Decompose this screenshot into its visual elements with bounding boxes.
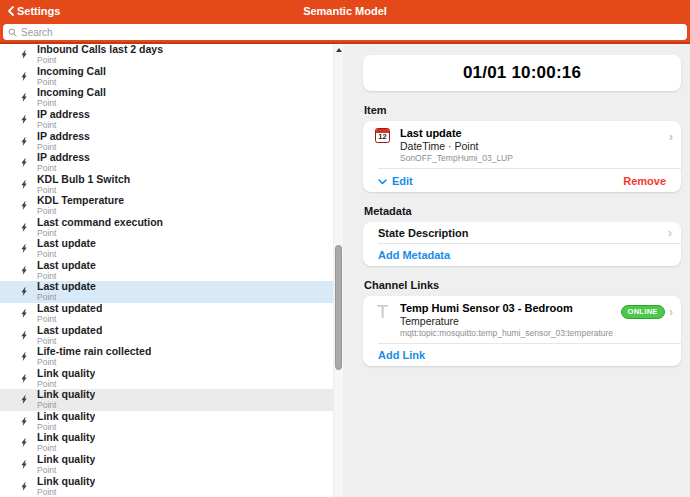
- bolt-icon: [19, 135, 29, 148]
- bolt-icon: [19, 178, 29, 191]
- list-item-subtitle: Point: [37, 78, 106, 87]
- list-item-title: Last command execution: [37, 217, 163, 228]
- back-label: Settings: [17, 5, 60, 17]
- letter-t-icon: T: [374, 302, 391, 338]
- list-item-title: IP address: [37, 109, 90, 120]
- list-item-title: Link quality: [37, 476, 95, 487]
- navbar-top: Settings Semantic Model: [0, 0, 690, 22]
- edit-label: Edit: [392, 175, 413, 187]
- channel-link-channel-label: Temperature: [400, 315, 621, 327]
- back-button[interactable]: Settings: [7, 5, 60, 17]
- list-item-subtitle: Point: [37, 250, 96, 259]
- list-item[interactable]: KDL Bulb 1 Switch Point: [0, 173, 343, 195]
- list-item-subtitle: Point: [37, 186, 130, 195]
- list-item[interactable]: Last update Point: [0, 281, 343, 303]
- bolt-icon: [19, 329, 29, 342]
- list-item[interactable]: Link quality Point: [0, 367, 343, 389]
- list-item[interactable]: KDL Temperature Point: [0, 195, 343, 217]
- bolt-icon: [19, 264, 29, 277]
- scrollbar-thumb[interactable]: [335, 245, 342, 370]
- list-item[interactable]: IP address Point: [0, 109, 343, 131]
- list-item[interactable]: Link quality Point: [0, 454, 343, 476]
- list-item-title: Link quality: [37, 454, 95, 465]
- status-badge: ONLINE: [621, 305, 665, 319]
- list-item[interactable]: Link quality Point: [0, 475, 343, 497]
- item-name: SonOFF_TempHumi_03_LUP: [400, 153, 669, 163]
- bolt-icon: [19, 307, 29, 320]
- list-item-title: Link quality: [37, 389, 95, 400]
- state-description-label: State Description: [378, 227, 468, 239]
- list-item-subtitle: Point: [37, 380, 95, 389]
- list-item[interactable]: Inbound Calls last 2 days Point: [0, 44, 343, 66]
- channel-link-title: Temp Humi Sensor 03 - Bedroom: [400, 302, 621, 315]
- remove-button[interactable]: Remove: [623, 175, 666, 187]
- list-item[interactable]: Last update Point: [0, 260, 343, 282]
- list-item-title: Last updated: [37, 303, 102, 314]
- add-link-button[interactable]: Add Link: [363, 344, 681, 366]
- list-item[interactable]: Incoming Call Point: [0, 66, 343, 88]
- bolt-icon: [19, 436, 29, 449]
- list-item-title: Last update: [37, 281, 96, 292]
- list-item-title: Last updated: [37, 325, 102, 336]
- chevron-right-icon: ›: [669, 130, 673, 143]
- list-item[interactable]: Incoming Call Point: [0, 87, 343, 109]
- list-item-title: Link quality: [37, 368, 95, 379]
- bolt-icon: [19, 113, 29, 126]
- list-item-subtitle: Point: [37, 229, 163, 238]
- list-item[interactable]: Life-time rain collected Point: [0, 346, 343, 368]
- bolt-icon: [19, 393, 29, 406]
- bolt-icon: [19, 156, 29, 169]
- list-item-subtitle: Point: [37, 99, 106, 108]
- list-item[interactable]: Last update Point: [0, 238, 343, 260]
- navbar: Settings Semantic Model: [0, 0, 690, 44]
- list-item[interactable]: Link quality Point: [0, 411, 343, 433]
- model-list: Inbound Calls last 2 days Point Incoming…: [0, 44, 343, 497]
- bolt-icon: [19, 221, 29, 234]
- list-pane: Inbound Calls last 2 days Point Incoming…: [0, 44, 343, 497]
- chevron-left-icon: [7, 6, 14, 16]
- list-item-title: IP address: [37, 152, 90, 163]
- list-item[interactable]: Link quality Point: [0, 432, 343, 454]
- scroll-up-arrow-icon[interactable]: [336, 48, 342, 52]
- list-item-subtitle: Point: [37, 207, 124, 216]
- channel-links-section-label: Channel Links: [364, 279, 681, 291]
- list-item-title: IP address: [37, 131, 90, 142]
- list-item-title: KDL Bulb 1 Switch: [37, 174, 130, 185]
- list-item-title: Link quality: [37, 411, 95, 422]
- list-item[interactable]: Last updated Point: [0, 324, 343, 346]
- list-item[interactable]: Last command execution Point: [0, 217, 343, 239]
- state-description-row[interactable]: State Description ›: [363, 222, 681, 243]
- edit-button[interactable]: Edit: [378, 175, 413, 187]
- list-item-title: Link quality: [37, 432, 95, 443]
- list-item-title: Last update: [37, 238, 96, 249]
- item-row[interactable]: 12 Last update DateTime · Point SonOFF_T…: [363, 121, 681, 168]
- item-title: Last update: [400, 127, 669, 140]
- chevron-right-icon: ›: [669, 305, 673, 318]
- list-item-subtitle: Point: [37, 272, 96, 281]
- search-bar-container: [0, 22, 690, 44]
- list-item-subtitle: Point: [37, 164, 90, 173]
- list-item[interactable]: IP address Point: [0, 152, 343, 174]
- detail-pane: 01/01 10:00:16 Item 12 Last update DateT…: [343, 44, 690, 497]
- scrollbar-track[interactable]: [333, 44, 343, 497]
- item-section-label: Item: [364, 104, 681, 116]
- list-item-subtitle: Point: [37, 423, 95, 432]
- list-item-subtitle: Point: [37, 401, 95, 410]
- metadata-card: State Description › Add Metadata: [363, 222, 681, 266]
- add-metadata-button[interactable]: Add Metadata: [363, 244, 681, 266]
- list-item[interactable]: IP address Point: [0, 130, 343, 152]
- bolt-icon: [19, 415, 29, 428]
- search-input[interactable]: [21, 25, 682, 39]
- list-item-title: Last update: [37, 260, 96, 271]
- list-item[interactable]: Link quality Point: [0, 389, 343, 411]
- item-type-and-class: DateTime · Point: [400, 140, 669, 152]
- list-item-subtitle: Point: [37, 143, 90, 152]
- bolt-icon: [19, 242, 29, 255]
- search-bar: [3, 24, 687, 40]
- search-icon: [8, 28, 17, 37]
- list-item[interactable]: Last updated Point: [0, 303, 343, 325]
- list-item-subtitle: Point: [37, 466, 95, 475]
- bolt-icon: [19, 480, 29, 493]
- list-item-subtitle: Point: [37, 358, 151, 367]
- channel-link-row[interactable]: T Temp Humi Sensor 03 - Bedroom Temperat…: [363, 296, 681, 343]
